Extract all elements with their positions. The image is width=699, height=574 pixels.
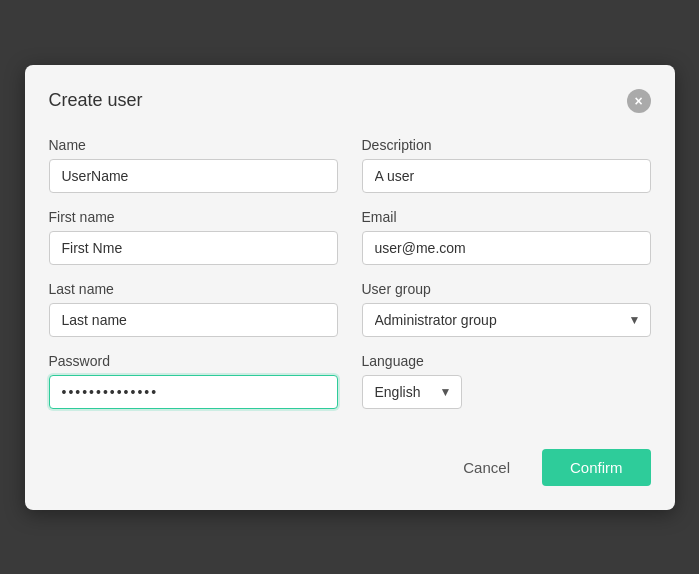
email-group: Email xyxy=(362,209,651,265)
email-input[interactable] xyxy=(362,231,651,265)
confirm-button[interactable]: Confirm xyxy=(542,449,651,486)
name-label: Name xyxy=(49,137,338,153)
language-select-wrapper: English French German Spanish ▼ xyxy=(362,375,462,409)
email-label: Email xyxy=(362,209,651,225)
cancel-button[interactable]: Cancel xyxy=(443,449,530,486)
last-name-input[interactable] xyxy=(49,303,338,337)
name-group: Name xyxy=(49,137,338,193)
create-user-modal: Create user × Name Description First nam… xyxy=(25,65,675,510)
first-name-group: First name xyxy=(49,209,338,265)
description-group: Description xyxy=(362,137,651,193)
user-group-select[interactable]: Administrator group User group Guest gro… xyxy=(362,303,651,337)
language-select[interactable]: English French German Spanish xyxy=(362,375,462,409)
form-grid: Name Description First name Email Last n… xyxy=(49,137,651,409)
password-label: Password xyxy=(49,353,338,369)
last-name-group: Last name xyxy=(49,281,338,337)
name-input[interactable] xyxy=(49,159,338,193)
description-input[interactable] xyxy=(362,159,651,193)
user-group-select-wrapper: Administrator group User group Guest gro… xyxy=(362,303,651,337)
user-group-group: User group Administrator group User grou… xyxy=(362,281,651,337)
password-group: Password xyxy=(49,353,338,409)
modal-title: Create user xyxy=(49,90,143,111)
modal-footer: Cancel Confirm xyxy=(49,433,651,486)
user-group-label: User group xyxy=(362,281,651,297)
password-input[interactable] xyxy=(49,375,338,409)
language-label: Language xyxy=(362,353,651,369)
description-label: Description xyxy=(362,137,651,153)
first-name-label: First name xyxy=(49,209,338,225)
close-button[interactable]: × xyxy=(627,89,651,113)
language-group: Language English French German Spanish ▼ xyxy=(362,353,651,409)
modal-overlay: Create user × Name Description First nam… xyxy=(0,0,699,574)
first-name-input[interactable] xyxy=(49,231,338,265)
modal-header: Create user × xyxy=(49,89,651,113)
last-name-label: Last name xyxy=(49,281,338,297)
